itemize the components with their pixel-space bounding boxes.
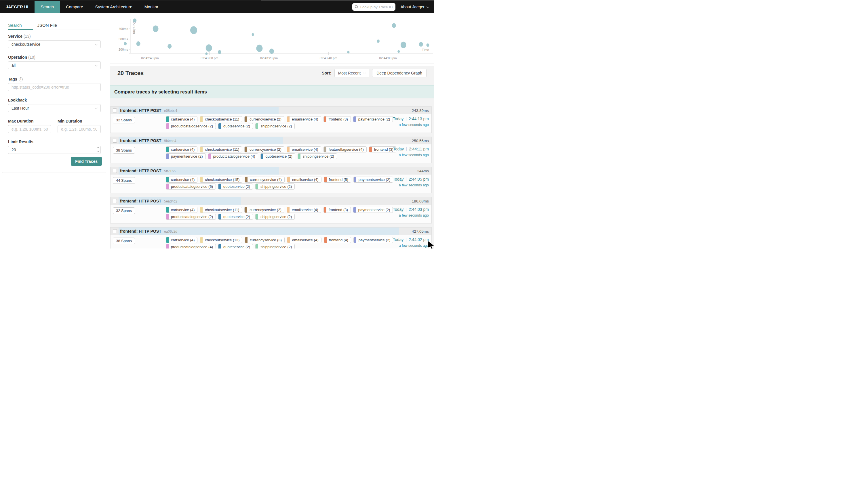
service-tag-label: currencyservice (3) bbox=[248, 237, 284, 243]
trace-result-header[interactable]: frontend: HTTP POST5ff7165244ms bbox=[111, 167, 431, 174]
service-tag-productcatalogservice: productcatalogservice (4) bbox=[208, 153, 258, 159]
service-tag-shippingservice: shippingservice (2) bbox=[297, 153, 337, 159]
trace-duration: 250.56ms bbox=[412, 139, 429, 143]
trace-date-time: Today|2:44:13 pm bbox=[393, 116, 429, 121]
trace-select-checkbox[interactable] bbox=[113, 169, 117, 173]
scatter-svg[interactable]: 200ms300ms400ms02:42:40 pm02:43:00 pm02:… bbox=[110, 16, 434, 63]
trace-result-header[interactable]: frontend: HTTP POST5ead4c2186.08ms bbox=[111, 197, 431, 205]
service-tag-label: quoteservice (2) bbox=[221, 244, 253, 248]
trace-bubble[interactable] bbox=[137, 41, 140, 46]
deep-dependency-graph-button[interactable]: Deep Dependency Graph bbox=[372, 69, 426, 77]
trace-bubble[interactable] bbox=[397, 50, 400, 53]
trace-bubble[interactable] bbox=[347, 51, 350, 54]
service-select[interactable]: checkoutservice bbox=[8, 40, 101, 48]
trace-bubble[interactable] bbox=[392, 23, 396, 28]
service-tag-productcatalogservice: productcatalogservice (6) bbox=[166, 184, 216, 189]
nav-item-monitor[interactable]: Monitor bbox=[138, 1, 164, 13]
service-tag-currencyservice: currencyservice (2) bbox=[244, 116, 284, 122]
trace-result-body: 38 Spanscartservice (4)checkoutservice (… bbox=[111, 235, 431, 248]
separator: | bbox=[406, 207, 407, 212]
trace-bubble[interactable] bbox=[124, 42, 127, 45]
service-color-swatch bbox=[166, 207, 169, 213]
trace-bubble[interactable] bbox=[252, 33, 254, 36]
find-traces-button[interactable]: Find Traces bbox=[71, 157, 102, 166]
service-tag-label: emailservice (4) bbox=[290, 177, 321, 182]
trace-bubble[interactable] bbox=[419, 42, 423, 46]
service-tag-cartservice: cartservice (4) bbox=[166, 176, 197, 183]
service-color-swatch bbox=[166, 116, 169, 122]
service-tag-paymentservice: paymentservice (2) bbox=[353, 207, 393, 213]
service-tag-label: frontend (5) bbox=[327, 177, 351, 182]
trace-date: Today bbox=[393, 207, 404, 212]
trace-bubble[interactable] bbox=[190, 26, 197, 34]
sort-controls: Sort: Most Recent Deep Dependency Graph bbox=[322, 69, 426, 77]
trace-bubble[interactable] bbox=[206, 44, 212, 52]
trace-bubble[interactable] bbox=[153, 26, 158, 32]
trace-bubble[interactable] bbox=[133, 18, 137, 23]
trace-result-body: 32 Spanscartservice (4)checkoutservice (… bbox=[111, 114, 431, 132]
lookback-select[interactable]: Last Hour bbox=[8, 104, 101, 112]
service-tag-frontend: frontend (3) bbox=[369, 146, 396, 153]
tags-input[interactable] bbox=[8, 83, 101, 91]
nav-item-search[interactable]: Search bbox=[34, 1, 60, 13]
operation-select[interactable]: all bbox=[8, 61, 101, 69]
max-duration-input[interactable] bbox=[8, 125, 51, 133]
trace-select-checkbox[interactable] bbox=[113, 139, 117, 143]
service-tag-label: frontend (3) bbox=[372, 147, 396, 152]
trace-result-header[interactable]: frontend: HTTP POSTe08ebe1243.89ms bbox=[111, 107, 431, 114]
number-stepper[interactable] bbox=[97, 147, 99, 152]
nav-right: Lookup by Trace ID... About Jaeger bbox=[352, 1, 434, 13]
service-tag-quoteservice: quoteservice (2) bbox=[261, 153, 295, 159]
service-tag-frontend: frontend (5) bbox=[324, 176, 351, 183]
service-color-swatch bbox=[354, 177, 356, 182]
service-color-swatch bbox=[200, 116, 202, 122]
service-tag-productcatalogservice: productcatalogservice (4) bbox=[166, 244, 216, 248]
service-tag-label: currencyservice (4) bbox=[248, 177, 284, 182]
sort-select[interactable]: Most Recent bbox=[334, 69, 369, 77]
trace-result-header[interactable]: frontend: HTTP POST9f4cbe4250.56ms bbox=[111, 137, 431, 144]
trace-id: e08ebe1 bbox=[164, 109, 178, 113]
limit-results-input[interactable] bbox=[8, 146, 101, 154]
trace-bubble[interactable] bbox=[426, 43, 430, 47]
x-tick-label: 02:43:00 pm bbox=[200, 56, 218, 60]
trace-bubble[interactable] bbox=[377, 39, 380, 43]
trace-time: 2:44:03 pm bbox=[409, 207, 429, 212]
min-duration-label: Min Duration bbox=[58, 119, 82, 123]
nav-item-compare[interactable]: Compare bbox=[60, 1, 89, 13]
compare-banner: Compare traces by selecting result items bbox=[110, 85, 434, 98]
trace-result-header[interactable]: frontend: HTTP POSTea06c2d427.05ms bbox=[111, 227, 431, 235]
trace-bubble[interactable] bbox=[218, 50, 221, 54]
help-icon[interactable]: ? bbox=[19, 77, 23, 81]
trace-date: Today bbox=[393, 147, 404, 151]
trace-bubble[interactable] bbox=[256, 45, 263, 52]
trace-select-checkbox[interactable] bbox=[113, 109, 117, 112]
service-tag-row: cartservice (4)checkoutservice (11)curre… bbox=[166, 207, 393, 213]
service-tag-label: frontend (4) bbox=[327, 237, 351, 243]
tab-search[interactable]: Search bbox=[8, 23, 22, 28]
service-tag-paymentservice: paymentservice (2) bbox=[353, 116, 393, 122]
trace-id-lookup-input[interactable]: Lookup by Trace ID... bbox=[352, 3, 395, 11]
service-tag-label: paymentservice (2) bbox=[169, 154, 206, 159]
trace-select-checkbox[interactable] bbox=[113, 229, 117, 233]
service-tag-label: shippingservice (2) bbox=[258, 123, 294, 129]
trace-bubble[interactable] bbox=[401, 42, 406, 48]
chevron-down-icon bbox=[95, 63, 98, 67]
trace-bubble[interactable] bbox=[205, 52, 208, 55]
trace-id: ea06c2d bbox=[164, 229, 177, 233]
nav-item-system-architecture[interactable]: System Architecture bbox=[89, 1, 138, 13]
trace-result-body: 44 Spanscartservice (4)checkoutservice (… bbox=[111, 174, 431, 193]
trace-bubble[interactable] bbox=[168, 44, 171, 48]
trace-card: frontend: HTTP POST5ead4c2186.08ms32 Spa… bbox=[110, 197, 432, 224]
service-color-swatch bbox=[200, 237, 202, 243]
service-tag-label: checkoutservice (11) bbox=[202, 116, 242, 122]
service-tag-label: checkoutservice (15) bbox=[202, 177, 242, 182]
tab-json-file[interactable]: JSON File bbox=[38, 23, 57, 28]
service-tag-label: currencyservice (2) bbox=[247, 207, 284, 213]
service-tag-row: cartservice (4)checkoutservice (11)curre… bbox=[166, 146, 396, 153]
about-jaeger-menu[interactable]: About Jaeger bbox=[401, 4, 429, 9]
trace-select-checkbox[interactable] bbox=[113, 199, 117, 203]
min-duration-input[interactable] bbox=[58, 125, 101, 133]
service-color-swatch bbox=[244, 147, 247, 152]
trace-date: Today bbox=[393, 177, 404, 182]
trace-bubble[interactable] bbox=[269, 48, 274, 54]
